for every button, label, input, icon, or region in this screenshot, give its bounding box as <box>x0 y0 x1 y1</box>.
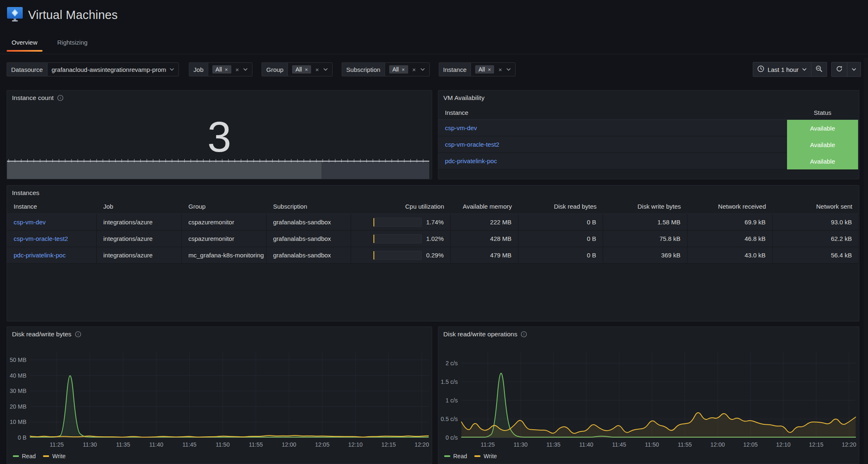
refresh-group <box>831 62 861 77</box>
filter-label: Instance <box>439 62 471 76</box>
column-header-status[interactable]: Status <box>787 109 858 116</box>
tab-overview[interactable]: Overview <box>7 36 43 52</box>
remove-value-icon[interactable]: × <box>305 67 308 73</box>
column-header-disk-read-bytes[interactable]: Disk read bytes <box>518 199 603 214</box>
instance-link[interactable]: csp-vm-dev <box>445 124 477 131</box>
subscription-cell: grafanalabs-sandbox <box>266 214 351 231</box>
clear-filter-icon[interactable]: × <box>411 66 417 73</box>
datasource-filter: Datasource grafanacloud-awsintegrationre… <box>7 62 179 76</box>
instances-table-body: csp-vm-devintegrations/azurecspazuremoni… <box>7 214 859 264</box>
panel-title: VM Availability <box>443 94 485 102</box>
instance-link[interactable]: pdc-privatelink-poc <box>445 157 497 164</box>
filter-select[interactable]: All×× <box>471 62 516 76</box>
legend-item-read[interactable]: Read <box>13 453 36 459</box>
filter-value-chip[interactable]: All× <box>389 65 408 74</box>
chevron-down-icon[interactable] <box>169 67 174 72</box>
available-memory-cell: 428 MB <box>451 231 518 247</box>
scrollbar-track[interactable] <box>864 58 868 464</box>
instance-cell: csp-vm-dev <box>438 120 787 136</box>
available-memory-cell: 222 MB <box>451 214 518 231</box>
group-cell: cspazuremonitor <box>182 214 266 231</box>
clear-filter-icon[interactable]: × <box>497 66 503 73</box>
datasource-select[interactable]: grafanacloud-awsintegrationrevamp-prom <box>47 62 179 76</box>
chevron-down-icon[interactable] <box>506 67 511 72</box>
column-header-instance[interactable]: Instance <box>7 199 97 214</box>
filter-group: GroupAll×× <box>262 62 333 76</box>
column-header-cpu-utilization[interactable]: Cpu utilization <box>351 199 451 214</box>
remove-value-icon[interactable]: × <box>488 67 491 73</box>
legend-item-read[interactable]: Read <box>444 453 467 459</box>
refresh-button[interactable] <box>832 62 847 76</box>
y-axis-tick-label: 1.5 c/s <box>441 378 458 385</box>
chart-legend: ReadWrite <box>444 453 497 459</box>
zoom-out-button[interactable] <box>811 62 827 76</box>
info-icon[interactable]: i <box>75 331 81 338</box>
info-icon[interactable]: i <box>57 95 64 101</box>
y-axis-tick-label: 40 MB <box>10 372 26 379</box>
cpu-bar-gauge <box>373 251 422 260</box>
column-header-disk-write-bytes[interactable]: Disk write bytes <box>603 199 687 214</box>
instance-link[interactable]: pdc-privatelink-poc <box>14 252 66 259</box>
column-header-network-sent[interactable]: Network sent <box>773 199 859 214</box>
instance-link[interactable]: csp-vm-oracle-test2 <box>14 235 68 242</box>
legend-item-write[interactable]: Write <box>43 453 65 459</box>
chevron-down-icon[interactable] <box>323 67 328 72</box>
filter-select[interactable]: All×× <box>288 62 333 76</box>
group-cell: mc_grafana-k8s-monitoring <box>182 247 266 264</box>
column-header-available-memory[interactable]: Available memory <box>451 199 518 214</box>
remove-value-icon[interactable]: × <box>225 67 228 73</box>
group-cell: cspazuremonitor <box>182 231 266 247</box>
disk-write-bytes-cell: 369 kB <box>603 247 687 264</box>
x-axis-tick-label: 11:25 <box>50 441 64 448</box>
page-title: Virtual Machines <box>28 8 118 22</box>
x-axis-tick-label: 12:10 <box>776 441 791 448</box>
y-axis-tick-label: 0 B <box>18 434 26 441</box>
chart-legend: ReadWrite <box>13 453 66 459</box>
remove-value-icon[interactable]: × <box>402 67 405 73</box>
filter-toolbar: Datasource grafanacloud-awsintegrationre… <box>7 62 861 77</box>
column-header-subscription[interactable]: Subscription <box>266 199 351 214</box>
column-header-instance[interactable]: Instance <box>438 109 787 116</box>
table-row: csp-vm-oracle-test2Available <box>438 136 859 153</box>
filter-value-chip[interactable]: All× <box>292 65 311 74</box>
y-axis-tick-label: 20 MB <box>10 403 26 410</box>
x-axis-tick-label: 12:15 <box>381 441 396 448</box>
panel-title: Instance count <box>12 94 54 102</box>
filter-select[interactable]: All×× <box>208 62 253 76</box>
chevron-down-icon[interactable] <box>243 67 248 72</box>
y-axis-tick-label: 0.5 c/s <box>441 416 458 422</box>
column-header-network-received[interactable]: Network received <box>687 199 773 214</box>
x-axis-tick-label: 11:35 <box>547 441 561 448</box>
disk-read-bytes-cell: 0 B <box>518 247 603 264</box>
legend-item-write[interactable]: Write <box>474 453 497 459</box>
disk-bytes-panel: Disk read/write bytes i 0 B10 MB20 MB30 … <box>7 326 432 464</box>
cpu-bar-gauge <box>373 234 422 243</box>
column-header-group[interactable]: Group <box>182 199 266 214</box>
zoom-out-icon <box>816 65 823 74</box>
job-cell: integrations/azure <box>97 214 182 231</box>
info-icon[interactable]: i <box>521 331 527 338</box>
clock-icon <box>757 65 764 74</box>
azure-vm-icon <box>7 6 23 24</box>
tab-rightsizing[interactable]: Rightsizing <box>52 36 93 52</box>
chevron-down-icon[interactable] <box>420 67 425 72</box>
filter-select[interactable]: All×× <box>385 62 430 76</box>
time-controls: Last 1 hour <box>753 62 861 77</box>
disk-read-bytes-cell: 0 B <box>518 214 603 231</box>
y-axis-tick-label: 10 MB <box>10 419 26 425</box>
instance-cell: csp-vm-oracle-test2 <box>7 231 97 247</box>
x-axis-tick-label: 11:55 <box>249 441 263 448</box>
column-header-job[interactable]: Job <box>97 199 182 214</box>
clear-filter-icon[interactable]: × <box>235 66 240 73</box>
filter-label: Job <box>189 62 207 76</box>
x-axis-tick-label: 11:25 <box>481 441 495 448</box>
refresh-interval-button[interactable] <box>847 62 861 76</box>
status-badge: Available <box>787 153 858 169</box>
instance-link[interactable]: csp-vm-oracle-test2 <box>445 141 499 148</box>
filter-value-chip[interactable]: All× <box>475 65 494 74</box>
cpu-value: 0.29% <box>426 252 444 259</box>
clear-filter-icon[interactable]: × <box>314 66 320 73</box>
filter-value-chip[interactable]: All× <box>212 65 231 74</box>
instance-link[interactable]: csp-vm-dev <box>14 219 46 226</box>
time-range-button[interactable]: Last 1 hour <box>753 62 811 76</box>
